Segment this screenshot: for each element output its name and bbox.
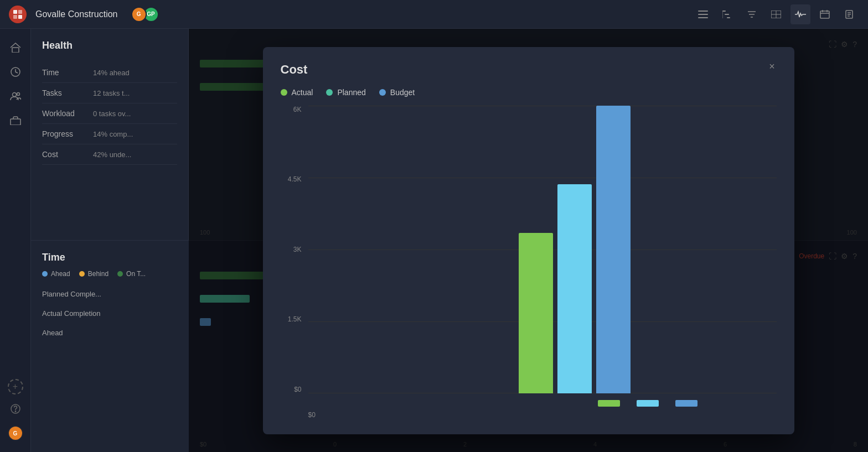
time-legend: Ahead Behind On T... [42,270,178,278]
project-title: Govalle Construction [35,9,118,19]
svg-rect-5 [698,14,708,15]
health-workload-row: Workload 0 tasks ov... [42,103,177,124]
main-content: + G Health Time 14% ahead Tasks 12 tasks… [0,29,868,452]
svg-rect-6 [698,17,708,18]
svg-point-31 [15,411,16,412]
svg-rect-9 [727,17,730,18]
health-cost-row: Cost 42% unde... [42,144,177,165]
app-logo [9,6,27,23]
legend-behind: Behind [79,270,108,278]
filter-btn[interactable] [742,4,762,24]
chart-container: 6K 4.5K 3K 1.5K $0 [281,106,777,393]
right-area: ⛶ ⚙ ? 1007550250255075100 [189,29,868,452]
x-bar-actual [598,400,620,407]
top-nav: Govalle Construction G GP [0,0,868,29]
svg-rect-17 [820,11,829,18]
svg-rect-0 [13,10,17,14]
actual-bar-chart [519,233,553,393]
health-tasks-value: 12 tasks t... [93,89,130,97]
sidebar-help[interactable] [6,399,25,419]
svg-point-28 [17,93,19,96]
table-view-btn[interactable] [766,4,786,24]
budget-legend-dot [379,89,386,96]
avatar-1: G [131,7,147,22]
legend-planned: Planned [326,88,365,97]
ahead-dot [42,271,48,277]
health-title: Health [42,40,177,51]
modal-close-btn[interactable]: × [763,58,781,76]
list-view-btn[interactable] [693,4,713,24]
avatar-group: G GP [131,7,159,22]
nav-icons [693,4,859,24]
y-axis: 6K 4.5K 3K 1.5K $0 [281,106,308,393]
on-time-dot [117,271,123,277]
health-cost-label: Cost [42,150,86,159]
pulse-view-btn[interactable] [790,4,810,24]
add-project-btn[interactable]: + [8,379,23,394]
time-row-ahead: Ahead [42,325,178,340]
health-progress-value: 14% comp... [93,130,133,138]
sidebar-avatar[interactable]: G [6,423,25,443]
planned-legend-dot [326,89,333,96]
sidebar-briefcase[interactable] [6,111,25,131]
svg-rect-7 [722,11,726,12]
health-section: Health Time 14% ahead Tasks 12 tasks t..… [31,29,189,240]
health-workload-label: Workload [42,109,86,118]
sidebar-time[interactable] [6,62,25,82]
health-cost-value: 42% unde... [93,150,131,159]
health-tasks-row: Tasks 12 tasks t... [42,83,177,103]
modal-overlay: Cost × Actual Planned Budget [189,29,868,452]
svg-rect-25 [12,48,19,53]
svg-rect-29 [11,119,20,125]
svg-rect-3 [18,15,22,19]
health-workload-value: 0 tasks ov... [93,110,131,118]
svg-rect-2 [13,15,17,19]
bottom-x-label: $0 [281,411,777,419]
planned-bar-chart [557,184,592,393]
chart-legend: Actual Planned Budget [281,88,777,97]
health-progress-label: Progress [42,129,86,138]
actual-legend-dot [281,89,287,96]
document-view-btn[interactable] [839,4,859,24]
health-time-row: Time 14% ahead [42,63,177,83]
svg-rect-4 [698,11,708,12]
legend-budget: Budget [379,88,415,97]
sidebar-people[interactable] [6,86,25,106]
time-section: Time Ahead Behind On T... Planned Comple… [31,241,189,452]
legend-ahead: Ahead [42,270,70,278]
bars-group [519,106,631,393]
time-row-planned: Planned Comple... [42,287,178,302]
health-time-value: 14% ahead [93,69,130,77]
cost-modal: Cost × Actual Planned Budget [263,47,794,434]
time-title: Time [42,252,178,263]
sidebar-bottom: + G [6,379,25,443]
budget-bar-chart [596,106,631,393]
svg-rect-1 [18,10,22,14]
x-bar-budget [675,400,698,407]
svg-rect-8 [725,14,729,15]
chart-body [308,106,777,393]
gantt-view-btn[interactable] [717,4,737,24]
time-row-actual: Actual Completion [42,306,178,321]
x-axis-labels [308,400,777,407]
health-tasks-label: Tasks [42,89,86,97]
legend-actual: Actual [281,88,313,97]
sidebar: + G [0,29,31,452]
left-panel: Health Time 14% ahead Tasks 12 tasks t..… [31,29,189,452]
modal-title: Cost [281,63,777,77]
calendar-view-btn[interactable] [815,4,835,24]
svg-point-27 [12,93,16,97]
behind-dot [79,271,85,277]
time-rows: Planned Comple... Actual Completion Ahea… [42,287,178,340]
health-time-label: Time [42,68,86,77]
health-progress-row: Progress 14% comp... [42,124,177,144]
sidebar-home[interactable] [6,38,25,58]
legend-on-time: On T... [117,270,146,278]
x-bar-planned [637,400,659,407]
